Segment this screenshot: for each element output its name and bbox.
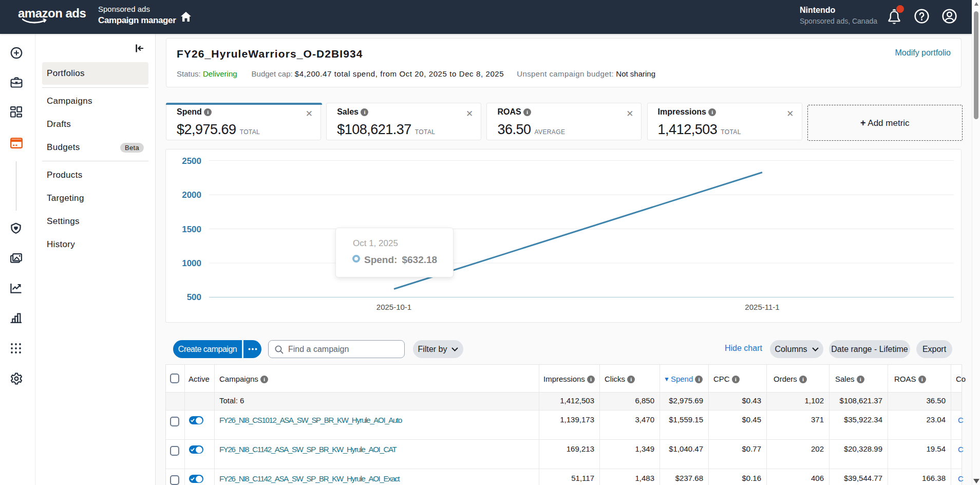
svg-text:2000: 2000 — [182, 190, 201, 200]
svg-text:2500: 2500 — [182, 156, 201, 166]
svg-text:500: 500 — [187, 292, 201, 302]
svg-text:2025-10-1: 2025-10-1 — [376, 303, 411, 311]
svg-text:1000: 1000 — [182, 258, 201, 268]
svg-text:1500: 1500 — [182, 225, 201, 234]
svg-text:2025-11-1: 2025-11-1 — [745, 303, 779, 311]
